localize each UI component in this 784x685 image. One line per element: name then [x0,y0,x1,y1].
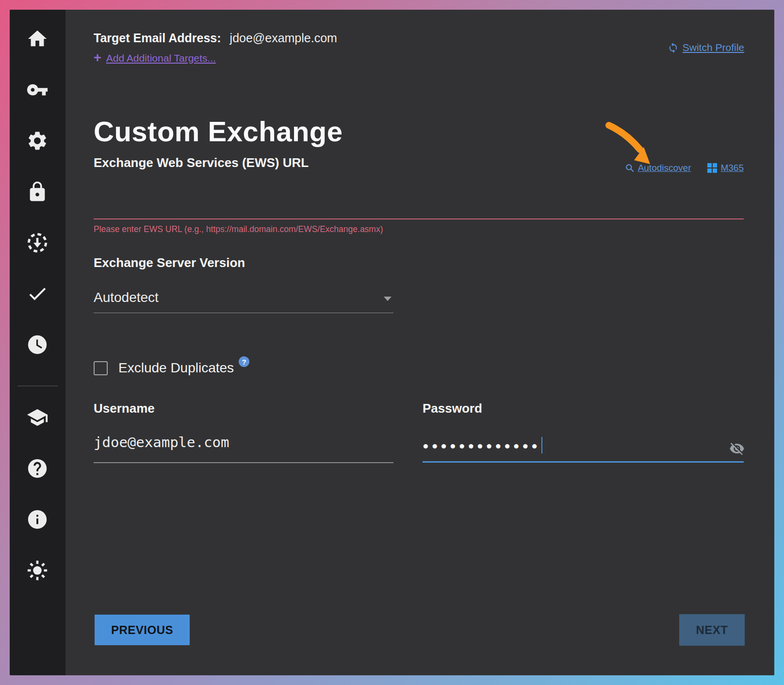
password-input[interactable]: ●●●●●●●●●●●●● [423,437,542,453]
add-additional-targets-link[interactable]: + Add Additional Targets... [94,51,216,65]
ews-input-underline [94,218,744,219]
server-version-select[interactable]: Autodetect [94,284,393,313]
sidebar-item-credentials[interactable] [26,78,49,101]
ews-error-text: Please enter EWS URL (e.g., https://mail… [94,224,383,234]
microsoft-logo-icon [707,163,717,173]
sync-icon [668,42,679,53]
chevron-down-icon [384,297,392,301]
server-version-value: Autodetect [94,290,159,305]
ews-url-label: Exchange Web Services (EWS) URL [94,155,309,170]
lock-icon [26,181,49,203]
app-window: Target Email Address: jdoe@example.com +… [10,10,774,675]
sidebar-nav [10,10,65,675]
sidebar-item-settings[interactable] [26,129,49,152]
sidebar-item-theme[interactable] [26,559,49,582]
username-underline [94,462,393,463]
ews-url-input[interactable] [94,188,744,218]
previous-button[interactable]: PREVIOUS [95,615,190,645]
exclude-duplicates-label: Exclude Duplicates [118,360,234,376]
help-icon [26,457,49,480]
add-targets-label[interactable]: Add Additional Targets... [106,52,216,64]
main-content: Target Email Address: jdoe@example.com +… [65,10,774,675]
annotation-arrow-icon [603,121,658,168]
m365-link[interactable]: M365 [707,163,744,173]
exclude-duplicates-row: Exclude Duplicates ? [94,360,249,376]
home-icon [26,28,49,50]
toggle-password-visibility-button[interactable] [729,441,745,456]
brightness-icon [26,559,49,582]
sidebar-item-tasks[interactable] [26,282,49,305]
eye-off-icon [729,441,745,456]
sidebar-item-downloads[interactable] [26,231,49,254]
select-underline [94,313,393,314]
plus-icon: + [94,51,101,65]
switch-profile-label[interactable]: Switch Profile [683,42,744,53]
text-cursor [541,437,543,453]
target-email-label: Target Email Address: [94,31,221,45]
downloading-icon [26,232,49,254]
help-badge-icon[interactable]: ? [239,356,249,367]
next-button[interactable]: NEXT [679,614,745,646]
sidebar-item-history[interactable] [26,333,49,356]
exclude-duplicates-checkbox[interactable] [94,361,108,375]
username-label: Username [94,401,155,416]
password-underline [423,461,744,463]
sidebar-item-home[interactable] [26,27,49,50]
sidebar-item-help[interactable] [26,457,49,480]
sidebar-item-about[interactable] [26,508,49,531]
username-input[interactable]: jdoe@example.com [94,434,229,451]
key-icon [26,79,49,101]
m365-label[interactable]: M365 [720,163,744,173]
school-icon [26,406,49,429]
gear-icon [26,130,49,152]
check-icon [26,283,49,305]
target-email-value: jdoe@example.com [230,31,337,45]
sidebar-item-training[interactable] [26,406,49,429]
page-title: Custom Exchange [94,115,343,148]
target-email-row: Target Email Address: jdoe@example.com [94,31,337,45]
password-label: Password [423,401,482,416]
sidebar-divider [17,385,58,386]
password-masked-value: ●●●●●●●●●●●●● [423,440,540,451]
info-icon [26,508,49,531]
switch-profile-link[interactable]: Switch Profile [668,42,744,53]
server-version-label: Exchange Server Version [94,255,245,270]
clock-icon [26,334,49,356]
sidebar-item-security[interactable] [26,180,49,203]
